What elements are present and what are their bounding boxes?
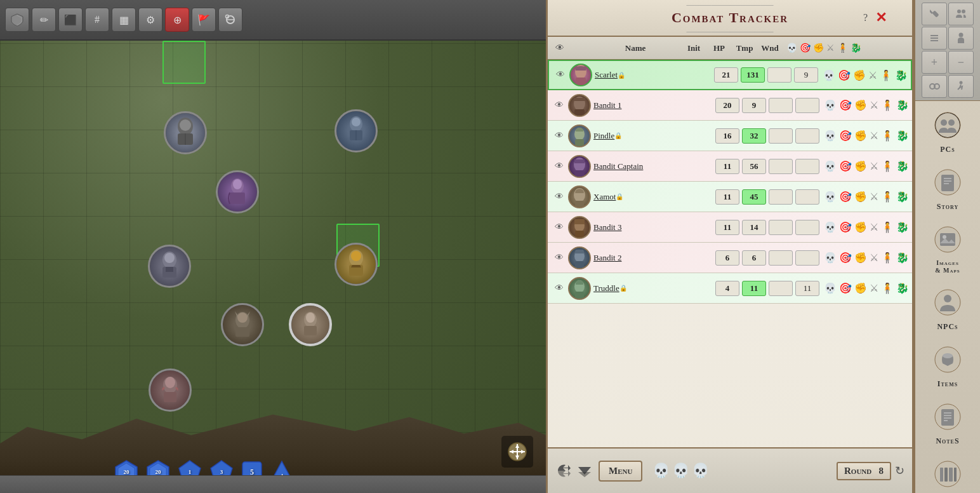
fist-truddle[interactable]: ✊	[854, 281, 868, 295]
init-truddle[interactable]: 4	[715, 281, 739, 296]
skull-xamot[interactable]: 💀	[823, 190, 837, 203]
tool-plus-minus[interactable]: +	[922, 51, 947, 74]
side-btn-library[interactable]: Library	[919, 456, 976, 493]
side-btn-npcs[interactable]: NPCs	[919, 285, 976, 335]
person-bc[interactable]: 🧍	[880, 159, 894, 173]
tool-chain[interactable]	[922, 75, 947, 98]
wnd-bandit1[interactable]	[795, 98, 819, 113]
person-bandit3[interactable]: 🧍	[880, 220, 894, 234]
token-armor2[interactable]	[148, 245, 191, 288]
combatant-row-scarlet[interactable]: 👁 Scarlet 🔒 21 131 9 💀 🎯 ✊ ⚔	[548, 60, 912, 90]
side-btn-pcs[interactable]: PCs	[919, 107, 976, 158]
tmp-bandit3[interactable]	[769, 220, 793, 235]
cells-btn[interactable]: ▦	[112, 8, 136, 32]
token-gold[interactable]	[334, 243, 378, 286]
combatant-row-bandit-captain[interactable]: 👁 Bandit Captain 11 56 💀 🎯 ✊ ⚔ 🧍	[548, 151, 912, 182]
tracker-close-btn[interactable]: ✕	[875, 10, 887, 26]
grid-btn[interactable]: #	[85, 8, 109, 32]
token-selected[interactable]	[289, 303, 332, 346]
wnd-bandit3[interactable]	[795, 220, 819, 235]
name-bandit1[interactable]: Bandit 1	[593, 100, 621, 111]
tool-run[interactable]	[948, 75, 974, 98]
target-bandit2[interactable]: 🎯	[838, 251, 852, 264]
combatant-row-xamot[interactable]: 👁 Xamot 🔒 11 45 💀 🎯 ✊ ⚔ 🧍	[548, 182, 912, 212]
combatant-row-bandit3[interactable]: 👁 Bandit 3 11 14 💀 🎯 ✊ ⚔ 🧍 �	[548, 212, 912, 243]
side-btn-items[interactable]: Items	[919, 342, 976, 393]
combatant-row-bandit2[interactable]: 👁 Bandit 2 6 6 💀 🎯 ✊ ⚔ 🧍 🐉	[548, 243, 912, 273]
row-eye-bandit3[interactable]: 👁	[550, 222, 568, 233]
skull-bandit3[interactable]: 💀	[823, 220, 837, 234]
skull-bandit1[interactable]: 💀	[823, 98, 837, 112]
init-bandit2[interactable]: 6	[715, 250, 739, 266]
dragon-bandit3[interactable]: 🐉	[896, 220, 910, 234]
init-scarlet[interactable]: 21	[714, 67, 738, 83]
tmp-pindle[interactable]	[769, 128, 793, 144]
hp-scarlet[interactable]: 131	[741, 67, 765, 83]
tool-person[interactable]	[948, 27, 974, 50]
fist-bandit2[interactable]: ✊	[854, 251, 868, 264]
hp-bc[interactable]: 56	[742, 159, 766, 174]
dragon-scarlet[interactable]: 🐉	[894, 69, 908, 82]
init-xamot[interactable]: 11	[715, 189, 739, 205]
skull-truddle[interactable]: 💀	[823, 281, 837, 295]
logo-btn[interactable]	[5, 8, 29, 32]
fist-pindle[interactable]: ✊	[854, 129, 868, 142]
init-bandit3[interactable]: 11	[715, 220, 739, 235]
combatant-row-pindle[interactable]: 👁 Pindle 🔒 16 32 💀 🎯 ✊ ⚔ 🧍	[548, 121, 912, 151]
side-btn-notes[interactable]: NoteS	[919, 399, 976, 450]
move-icons[interactable]	[555, 462, 593, 480]
name-bandit3[interactable]: Bandit 3	[593, 222, 621, 233]
crossed-btn[interactable]: ⊕	[165, 8, 189, 32]
wnd-bc[interactable]	[795, 159, 819, 174]
init-bandit1[interactable]: 20	[715, 98, 739, 113]
target-bandit3[interactable]: 🎯	[838, 220, 852, 234]
side-btn-images-maps[interactable]: Images& Maps	[919, 222, 976, 278]
hp-bandit3[interactable]: 14	[742, 220, 766, 235]
menu-button[interactable]: Menu	[599, 461, 642, 482]
name-bc[interactable]: Bandit Captain	[593, 161, 643, 172]
target-bc[interactable]: 🎯	[838, 159, 852, 173]
dragon-xamot[interactable]: 🐉	[896, 190, 910, 203]
dragon-bc[interactable]: 🐉	[896, 159, 910, 173]
dragon-pindle[interactable]: 🐉	[896, 129, 910, 142]
sword-truddle[interactable]: ⚔	[869, 281, 879, 295]
tmp-scarlet[interactable]	[767, 67, 791, 83]
tool-users[interactable]	[948, 3, 974, 25]
row-eye-truddle[interactable]: 👁	[550, 283, 568, 294]
dragon-bandit1[interactable]: 🐉	[896, 98, 910, 112]
hp-bandit2[interactable]: 6	[742, 250, 766, 266]
row-eye-scarlet[interactable]: 👁	[552, 70, 569, 80]
person-scarlet[interactable]: 🧍	[879, 69, 893, 82]
tmp-truddle[interactable]	[769, 281, 793, 296]
combatant-row-bandit1[interactable]: 👁 Bandit 1 20 9 💀 🎯 ✊ ⚔ 🧍 🐉	[548, 90, 912, 121]
hp-truddle[interactable]: 11	[742, 281, 766, 296]
battle-map[interactable]: ✏ ⬛ # ▦ ⚙ ⊕ 🚩	[0, 0, 546, 493]
person-xamot[interactable]: 🧍	[880, 190, 894, 203]
tool-minus[interactable]: −	[948, 51, 974, 74]
wnd-truddle[interactable]: 11	[795, 281, 819, 296]
row-eye-bc[interactable]: 👁	[550, 161, 568, 172]
side-btn-story[interactable]: Story	[919, 165, 976, 215]
tmp-bandit1[interactable]	[769, 98, 793, 113]
row-eye-xamot[interactable]: 👁	[550, 192, 568, 202]
skull-pindle[interactable]: 💀	[823, 129, 837, 142]
movement-btn[interactable]	[501, 436, 533, 468]
row-eye-bandit2[interactable]: 👁	[550, 253, 568, 263]
gear2-btn[interactable]	[218, 8, 242, 32]
target-xamot[interactable]: 🎯	[838, 190, 852, 203]
fist-bandit1[interactable]: ✊	[854, 98, 868, 112]
name-xamot[interactable]: Xamot	[593, 192, 616, 202]
row-eye-pindle[interactable]: 👁	[550, 131, 568, 141]
wnd-xamot[interactable]	[795, 189, 819, 205]
flag-btn[interactable]: 🚩	[192, 8, 216, 32]
name-bandit2[interactable]: Bandit 2	[593, 253, 621, 263]
skull-bc[interactable]: 💀	[823, 159, 837, 173]
person-bandit2[interactable]: 🧍	[880, 251, 894, 264]
sword-bc[interactable]: ⚔	[869, 159, 879, 173]
token-armor1[interactable]	[164, 111, 207, 154]
name-pindle[interactable]: Pindle	[593, 131, 614, 141]
person-bandit1[interactable]: 🧍	[880, 98, 894, 112]
skull-bandit2[interactable]: 💀	[823, 251, 837, 264]
sword-bandit2[interactable]: ⚔	[869, 251, 879, 264]
name-scarlet[interactable]: Scarlet	[595, 70, 618, 80]
